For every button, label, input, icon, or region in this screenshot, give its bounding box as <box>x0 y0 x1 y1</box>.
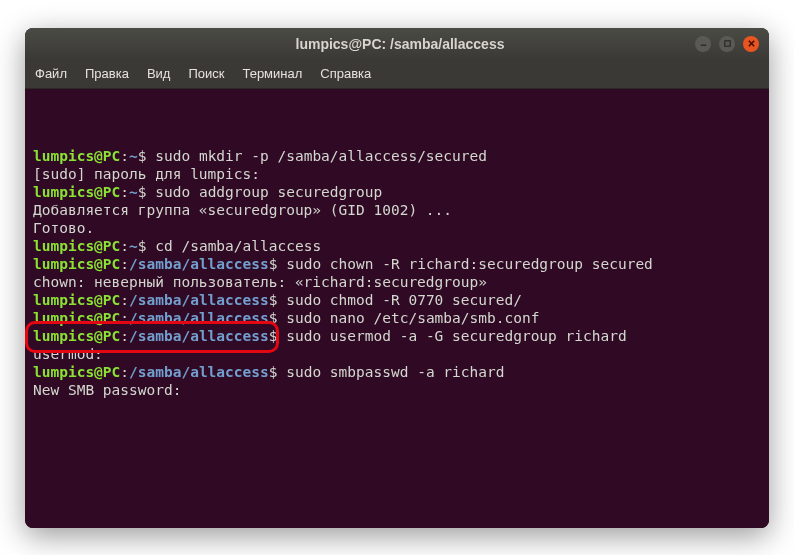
command-text: sudo usermod -a -G securedgroup richard <box>286 328 626 344</box>
prompt-path: ~ <box>129 148 138 164</box>
prompt-user-host: lumpics@PC <box>33 328 120 344</box>
output-text: New SMB password: <box>33 382 181 398</box>
terminal-command-line: lumpics@PC:/samba/allaccess$ sudo smbpas… <box>33 363 761 381</box>
close-icon <box>747 39 756 48</box>
prompt-path: /samba/allaccess <box>129 310 269 326</box>
terminal-output-line: usermod: <box>33 345 761 363</box>
menu-terminal[interactable]: Терминал <box>242 66 302 81</box>
prompt-path: /samba/allaccess <box>129 364 269 380</box>
terminal-command-line: lumpics@PC:/samba/allaccess$ sudo chown … <box>33 255 761 273</box>
terminal-body[interactable]: lumpics@PC:~$ sudo mkdir -p /samba/allac… <box>25 89 769 528</box>
titlebar[interactable]: lumpics@PC: /samba/allaccess <box>25 28 769 60</box>
menu-view[interactable]: Вид <box>147 66 171 81</box>
output-text: usermod: <box>33 346 103 362</box>
command-text: sudo nano /etc/samba/smb.conf <box>286 310 539 326</box>
prompt-path: /samba/allaccess <box>129 328 269 344</box>
command-text: sudo mkdir -p /samba/allaccess/secured <box>155 148 487 164</box>
prompt-user-host: lumpics@PC <box>33 238 120 254</box>
terminal-output-line: New SMB password: <box>33 381 761 399</box>
output-text: [sudo] пароль для lumpics: <box>33 166 260 182</box>
menu-edit[interactable]: Правка <box>85 66 129 81</box>
svg-rect-1 <box>724 41 729 46</box>
prompt-user-host: lumpics@PC <box>33 184 120 200</box>
close-button[interactable] <box>743 36 759 52</box>
terminal-command-line: lumpics@PC:/samba/allaccess$ sudo nano /… <box>33 309 761 327</box>
output-text: chown: неверный пользователь: «richard:s… <box>33 274 487 290</box>
maximize-button[interactable] <box>719 36 735 52</box>
minimize-button[interactable] <box>695 36 711 52</box>
prompt-user-host: lumpics@PC <box>33 148 120 164</box>
command-text: sudo smbpasswd -a richard <box>286 364 504 380</box>
prompt-path: ~ <box>129 184 138 200</box>
terminal-output-line: [sudo] пароль для lumpics: <box>33 165 761 183</box>
terminal-command-line: lumpics@PC:/samba/allaccess$ sudo usermo… <box>33 327 761 345</box>
menu-help[interactable]: Справка <box>320 66 371 81</box>
terminal-command-line: lumpics@PC:/samba/allaccess$ sudo chmod … <box>33 291 761 309</box>
terminal-output-line: chown: неверный пользователь: «richard:s… <box>33 273 761 291</box>
menu-search[interactable]: Поиск <box>188 66 224 81</box>
prompt-path: ~ <box>129 238 138 254</box>
command-text: sudo addgroup securedgroup <box>155 184 382 200</box>
output-text: Готово. <box>33 220 94 236</box>
menubar: Файл Правка Вид Поиск Терминал Справка <box>25 60 769 89</box>
command-text: cd /samba/allaccess <box>155 238 321 254</box>
prompt-user-host: lumpics@PC <box>33 292 120 308</box>
terminal-output-line: Добавляется группа «securedgroup» (GID 1… <box>33 201 761 219</box>
prompt-user-host: lumpics@PC <box>33 310 120 326</box>
prompt-path: /samba/allaccess <box>129 292 269 308</box>
terminal-command-line: lumpics@PC:~$ sudo mkdir -p /samba/allac… <box>33 147 761 165</box>
prompt-user-host: lumpics@PC <box>33 364 120 380</box>
output-text: Добавляется группа «securedgroup» (GID 1… <box>33 202 452 218</box>
terminal-window: lumpics@PC: /samba/allaccess Файл Правка… <box>25 28 769 528</box>
command-text: sudo chmod -R 0770 secured/ <box>286 292 522 308</box>
prompt-user-host: lumpics@PC <box>33 256 120 272</box>
menu-file[interactable]: Файл <box>35 66 67 81</box>
terminal-command-line: lumpics@PC:~$ cd /samba/allaccess <box>33 237 761 255</box>
minimize-icon <box>699 39 708 48</box>
maximize-icon <box>723 39 732 48</box>
command-text: sudo chown -R richard:securedgroup secur… <box>286 256 653 272</box>
window-title: lumpics@PC: /samba/allaccess <box>105 36 695 52</box>
prompt-path: /samba/allaccess <box>129 256 269 272</box>
terminal-command-line: lumpics@PC:~$ sudo addgroup securedgroup <box>33 183 761 201</box>
terminal-output-line: Готово. <box>33 219 761 237</box>
window-controls <box>695 36 759 52</box>
